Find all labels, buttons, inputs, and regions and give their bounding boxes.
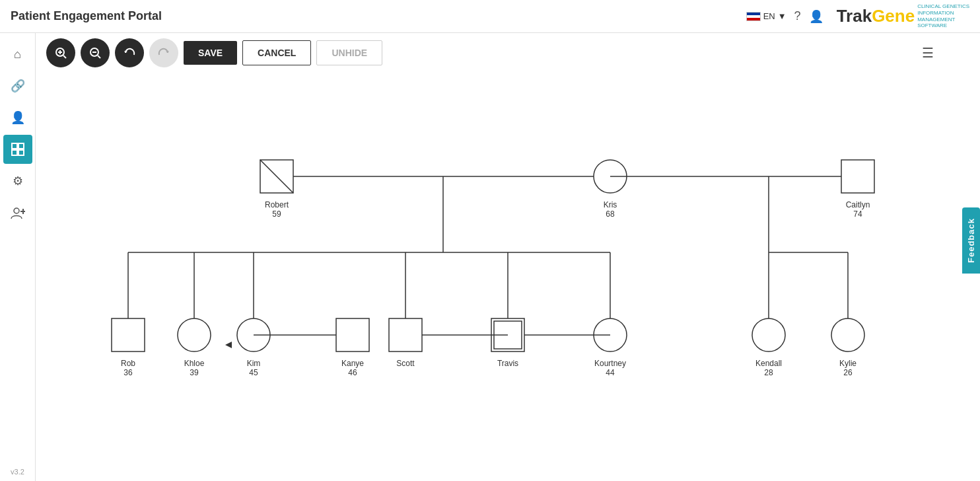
zoom-in-button[interactable] bbox=[46, 38, 75, 67]
svg-text:Caitlyn: Caitlyn bbox=[846, 200, 870, 209]
svg-text:26: 26 bbox=[843, 368, 853, 377]
svg-rect-44 bbox=[336, 318, 369, 352]
header: Patient Engagement Portal EN ▼ ? 👤 TrakG… bbox=[0, 0, 980, 33]
svg-point-61 bbox=[752, 318, 785, 352]
svg-text:Kris: Kris bbox=[604, 200, 617, 209]
sidebar-item-pedigree[interactable] bbox=[3, 135, 32, 164]
svg-text:74: 74 bbox=[853, 209, 862, 219]
undo-button[interactable] bbox=[115, 38, 144, 67]
svg-text:36: 36 bbox=[123, 368, 133, 377]
svg-rect-10 bbox=[18, 150, 24, 155]
sidebar-item-link[interactable]: 🔗 bbox=[3, 71, 32, 100]
svg-line-15 bbox=[260, 160, 293, 193]
svg-text:Scott: Scott bbox=[396, 359, 415, 368]
member-robert[interactable]: Robert 59 bbox=[260, 160, 293, 219]
logo-subtitle: CLINICAL GENETICSINFORMATIONMANAGEMENTSO… bbox=[917, 3, 969, 28]
svg-text:39: 39 bbox=[190, 368, 199, 377]
pedigree-svg: Robert 59 Kris 68 Caitlyn 74 bbox=[36, 67, 960, 437]
svg-text:28: 28 bbox=[764, 368, 773, 377]
svg-line-5 bbox=[98, 56, 100, 58]
svg-text:68: 68 bbox=[606, 209, 615, 219]
sidebar-item-person[interactable]: 👤 bbox=[3, 103, 32, 132]
svg-rect-7 bbox=[12, 143, 17, 149]
svg-text:46: 46 bbox=[348, 368, 357, 377]
svg-text:Rob: Rob bbox=[121, 359, 135, 368]
svg-line-1 bbox=[63, 56, 66, 58]
member-scott[interactable]: Scott bbox=[389, 318, 422, 368]
member-kendall[interactable]: Kendall 28 bbox=[752, 318, 785, 377]
svg-rect-31 bbox=[112, 318, 145, 352]
sidebar-item-add-person[interactable] bbox=[3, 198, 32, 227]
svg-point-65 bbox=[831, 318, 864, 352]
svg-rect-48 bbox=[389, 318, 422, 352]
save-button[interactable]: SAVE bbox=[184, 41, 237, 65]
member-travis[interactable]: Travis bbox=[491, 318, 524, 368]
language-selector[interactable]: EN ▼ bbox=[746, 11, 787, 21]
svg-text:59: 59 bbox=[272, 209, 281, 219]
svg-rect-9 bbox=[12, 150, 17, 155]
feedback-tab[interactable]: Feedback bbox=[962, 207, 980, 274]
svg-text:Khloe: Khloe bbox=[184, 359, 205, 368]
svg-text:Robert: Robert bbox=[265, 200, 289, 209]
svg-text:45: 45 bbox=[249, 368, 258, 377]
pedigree-canvas[interactable]: Robert 59 Kris 68 Caitlyn 74 bbox=[36, 67, 980, 481]
hamburger-button[interactable]: ☰ bbox=[922, 45, 934, 61]
redo-button[interactable] bbox=[149, 38, 178, 67]
sidebar-item-home[interactable]: ⌂ bbox=[3, 40, 32, 69]
member-caitlyn[interactable]: Caitlyn 74 bbox=[841, 160, 874, 219]
sidebar-item-settings[interactable]: ⚙ bbox=[3, 166, 32, 196]
account-button[interactable]: 👤 bbox=[809, 9, 823, 24]
member-rob[interactable]: Rob 36 bbox=[112, 318, 145, 377]
svg-point-11 bbox=[14, 208, 19, 213]
lang-label: EN bbox=[763, 11, 775, 21]
logo: TrakGene CLINICAL GENETICSINFORMATIONMAN… bbox=[837, 3, 969, 28]
page-title: Patient Engagement Portal bbox=[11, 9, 162, 23]
zoom-out-button[interactable] bbox=[81, 38, 110, 67]
member-kourtney[interactable]: Kourtney 44 bbox=[594, 318, 627, 377]
help-button[interactable]: ? bbox=[794, 9, 801, 23]
svg-text:Kylie: Kylie bbox=[839, 359, 857, 368]
unhide-button[interactable]: UNHIDE bbox=[316, 40, 382, 65]
member-kim[interactable]: Kim 45 bbox=[225, 318, 270, 377]
member-kylie[interactable]: Kylie 26 bbox=[831, 318, 864, 377]
lang-dropdown-icon: ▼ bbox=[778, 11, 787, 21]
logo-trak: Trak bbox=[837, 6, 872, 26]
svg-text:Kanye: Kanye bbox=[341, 359, 364, 368]
svg-marker-42 bbox=[225, 342, 232, 348]
svg-point-35 bbox=[178, 318, 211, 352]
flag-icon bbox=[746, 12, 761, 21]
svg-text:Kendall: Kendall bbox=[755, 359, 782, 368]
svg-text:Kourtney: Kourtney bbox=[594, 359, 626, 368]
member-kanye[interactable]: Kanye 46 bbox=[336, 318, 369, 377]
svg-text:Kim: Kim bbox=[247, 359, 261, 368]
version-label: v3.2 bbox=[11, 468, 24, 476]
member-kris[interactable]: Kris 68 bbox=[594, 160, 627, 219]
svg-text:Travis: Travis bbox=[497, 359, 518, 368]
member-khloe[interactable]: Khloe 39 bbox=[178, 318, 211, 377]
logo-gene: Gene bbox=[872, 6, 915, 26]
sidebar: ⌂ 🔗 👤 ⚙ v3.2 bbox=[0, 33, 36, 481]
svg-rect-22 bbox=[841, 160, 874, 193]
cancel-button[interactable]: CANCEL bbox=[242, 40, 311, 65]
header-right: EN ▼ ? 👤 TrakGene CLINICAL GENETICSINFOR… bbox=[746, 3, 969, 28]
svg-text:44: 44 bbox=[606, 368, 615, 377]
svg-rect-8 bbox=[18, 143, 24, 149]
